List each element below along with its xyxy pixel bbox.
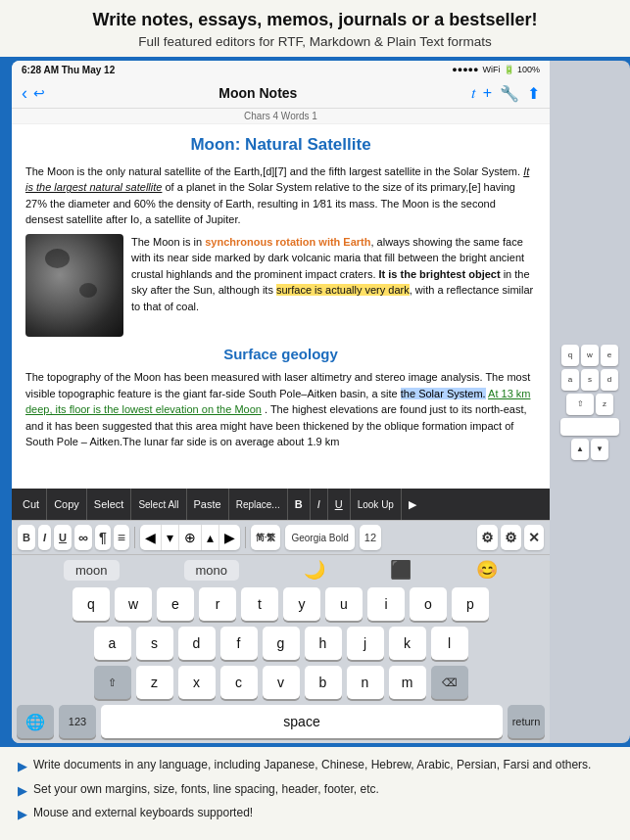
keyboard-row-3: ⇧ z x c v b n m ⌫ xyxy=(12,663,550,702)
pred-emoji-1[interactable]: 🌙 xyxy=(304,559,325,581)
format-settings-btn[interactable]: ⚙ xyxy=(477,525,498,550)
underline-button[interactable]: U xyxy=(328,489,351,520)
chinese-toggle-btn[interactable]: 简·繁 xyxy=(251,525,281,550)
key-i[interactable]: i xyxy=(367,587,405,621)
toolbar-divider-1 xyxy=(134,527,135,548)
key-e[interactable]: e xyxy=(157,587,194,621)
pred-emoji-3[interactable]: 😊 xyxy=(476,559,498,581)
bold-button[interactable]: B xyxy=(288,489,311,520)
key-m[interactable]: m xyxy=(389,666,426,699)
return-key[interactable]: return xyxy=(508,705,545,738)
key-a[interactable]: a xyxy=(94,627,131,660)
format-paragraph-btn[interactable]: ¶ xyxy=(95,525,111,550)
space-key[interactable]: space xyxy=(101,705,503,738)
format-link-btn[interactable]: ∞ xyxy=(74,525,92,550)
bottom-banner: ▶ Write documents in any language, inclu… xyxy=(0,747,630,840)
ext-space-key xyxy=(560,418,619,436)
format-gear-btn[interactable]: ⚙ xyxy=(501,525,521,550)
keyboard-row-1: q w e r t y u i o p xyxy=(12,584,550,624)
key-l[interactable]: l xyxy=(431,627,468,660)
key-j[interactable]: j xyxy=(347,627,384,660)
format-italic-btn[interactable]: I xyxy=(38,525,51,550)
key-f[interactable]: f xyxy=(220,627,258,660)
key-o[interactable]: o xyxy=(410,587,447,621)
pred-emoji-2[interactable]: ⬛ xyxy=(390,559,412,581)
right-arrow-btn[interactable]: ▶ xyxy=(218,525,240,550)
back-button[interactable]: ‹ xyxy=(22,83,27,104)
feature-arrow-2: ▶ xyxy=(18,782,27,800)
italic-button[interactable]: I xyxy=(311,489,328,520)
key-x[interactable]: x xyxy=(178,666,216,699)
replace-button[interactable]: Replace... xyxy=(229,489,288,520)
cut-button[interactable]: Cut xyxy=(16,489,47,520)
tag-icon[interactable]: 𝑡 xyxy=(471,84,475,103)
geo-paragraph: The topography of the Moon has been meas… xyxy=(25,369,536,450)
up-arrow-btn[interactable]: ▴ xyxy=(201,525,218,550)
ext-key-1: q xyxy=(561,345,579,366)
format-list-btn[interactable]: ≡ xyxy=(114,525,129,550)
key-t[interactable]: t xyxy=(241,587,278,621)
nav-arrows: ◀ ▾ ⊕ ▴ ▶ xyxy=(140,525,240,550)
font-name-display[interactable]: Georgia Bold xyxy=(285,525,354,550)
shift-key[interactable]: ⇧ xyxy=(94,666,131,699)
share-icon[interactable]: ⬆ xyxy=(527,84,540,103)
ext-kbd-arrows: ▲ ▼ xyxy=(571,439,608,460)
key-h[interactable]: h xyxy=(305,627,342,660)
moon-image xyxy=(25,234,123,337)
left-arrow-btn[interactable]: ◀ xyxy=(140,525,161,550)
globe-key[interactable]: 🌐 xyxy=(17,705,54,738)
key-w[interactable]: w xyxy=(115,587,152,621)
delete-key[interactable]: ⌫ xyxy=(431,666,468,699)
ext-key-2: w xyxy=(581,345,599,366)
format-underline-btn[interactable]: U xyxy=(54,525,72,550)
pred-word-2[interactable]: mono xyxy=(184,560,240,581)
key-z[interactable]: z xyxy=(136,666,173,699)
more-button[interactable]: ▶ xyxy=(402,489,423,520)
section2-title: Surface geology xyxy=(25,343,536,365)
keyboard: q w e r t y u i o p a s d f g h j k l xyxy=(12,584,550,743)
format-bold-btn[interactable]: B xyxy=(18,525,35,550)
wrench-icon[interactable]: 🔧 xyxy=(500,84,519,103)
numbers-key[interactable]: 123 xyxy=(59,705,96,738)
subheadline: Full featured editors for RTF, Markdown … xyxy=(16,34,614,49)
key-c[interactable]: c xyxy=(220,666,258,699)
ext-kbd-row-4 xyxy=(560,418,619,436)
down-arrow-btn[interactable]: ▾ xyxy=(161,525,178,550)
select-button[interactable]: Select xyxy=(87,489,132,520)
format-close-btn[interactable]: ✕ xyxy=(524,525,544,550)
key-u[interactable]: u xyxy=(325,587,363,621)
key-p[interactable]: p xyxy=(452,587,489,621)
select-all-button[interactable]: Select All xyxy=(131,489,186,520)
undo-button[interactable]: ↩ xyxy=(33,85,45,101)
key-r[interactable]: r xyxy=(199,587,236,621)
key-q[interactable]: q xyxy=(73,587,110,621)
pred-word-1[interactable]: moon xyxy=(64,560,120,581)
copy-button[interactable]: Copy xyxy=(47,489,87,520)
key-y[interactable]: y xyxy=(283,587,320,621)
add-icon[interactable]: + xyxy=(483,84,492,103)
key-k[interactable]: k xyxy=(389,627,426,660)
highlight-text: surface is actually very dark xyxy=(276,284,410,296)
ext-arrow-1: ▲ xyxy=(571,439,589,460)
keyboard-row-4: 🌐 123 space return xyxy=(12,702,550,743)
ext-key-6: d xyxy=(601,369,618,391)
feature-text-1: Write documents in any language, includi… xyxy=(33,757,591,773)
ext-key-3: e xyxy=(601,345,618,366)
paste-button[interactable]: Paste xyxy=(187,489,229,520)
char-word-count: Chars 4 Words 1 xyxy=(12,109,550,124)
key-g[interactable]: g xyxy=(263,627,300,660)
font-size-display[interactable]: 12 xyxy=(360,525,381,550)
key-d[interactable]: d xyxy=(178,627,216,660)
key-n[interactable]: n xyxy=(347,666,384,699)
key-v[interactable]: v xyxy=(263,666,300,699)
lookup-button[interactable]: Look Up xyxy=(351,489,402,520)
key-b[interactable]: b xyxy=(305,666,342,699)
external-keyboard: q w e a s d ⇧ z ▲ ▼ xyxy=(550,61,630,744)
document-area[interactable]: Moon: Natural Satellite The Moon is the … xyxy=(12,124,550,490)
moon-image-col xyxy=(25,234,123,337)
format-toolbar: B I U ∞ ¶ ≡ ◀ ▾ ⊕ ▴ ▶ 简·繁 Georgia Bold 1… xyxy=(12,520,550,554)
key-s[interactable]: s xyxy=(136,627,173,660)
document-title: Moon Notes xyxy=(45,85,471,101)
moon-two-col: The Moon is in synchronous rotation with… xyxy=(25,234,536,337)
top-banner: Write notes, essays, memos, journals or … xyxy=(0,0,630,57)
